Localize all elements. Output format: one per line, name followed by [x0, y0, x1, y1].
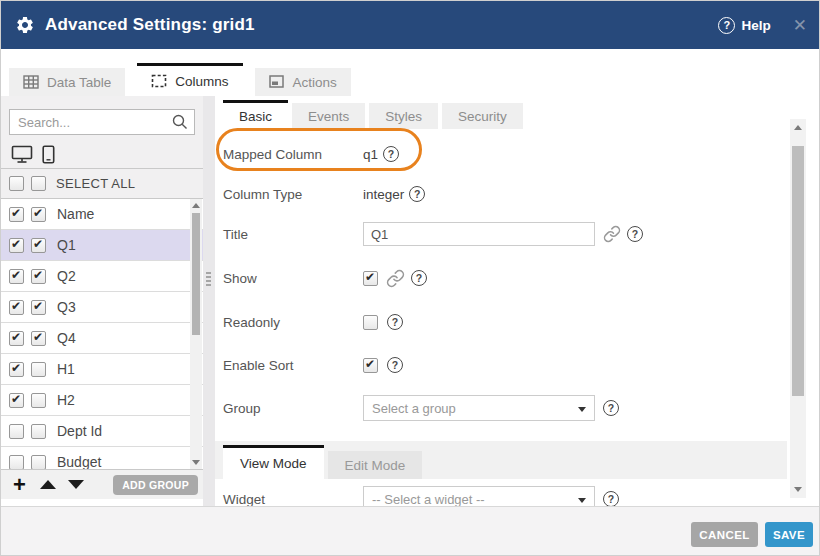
- tab-styles[interactable]: Styles: [369, 103, 438, 129]
- tab-label: Styles: [385, 109, 422, 124]
- desktop-checkbox[interactable]: [9, 424, 24, 439]
- desktop-checkbox[interactable]: [9, 269, 24, 284]
- desktop-checkbox[interactable]: [9, 331, 24, 346]
- scroll-down-icon[interactable]: [192, 460, 200, 465]
- widget-help-icon[interactable]: ?: [603, 491, 619, 506]
- mobile-checkbox[interactable]: [31, 424, 46, 439]
- tab-columns[interactable]: Columns: [137, 63, 242, 96]
- column-list-item[interactable]: Dept Id: [1, 416, 203, 447]
- widget-dropdown-value: -- Select a widget --: [372, 492, 485, 507]
- title-input[interactable]: [363, 222, 595, 246]
- mobile-checkbox[interactable]: [31, 362, 46, 377]
- save-button[interactable]: SAVE: [765, 522, 813, 547]
- title-help-icon[interactable]: ?: [627, 226, 643, 242]
- column-label: Q2: [57, 268, 76, 284]
- desktop-checkbox[interactable]: [9, 300, 24, 315]
- scrollbar-thumb[interactable]: [792, 146, 804, 396]
- desktop-checkbox[interactable]: [9, 362, 24, 377]
- tab-label: Data Table: [47, 75, 111, 90]
- column-list-item[interactable]: Name: [1, 199, 203, 230]
- column-list-scrollbar[interactable]: [190, 199, 202, 469]
- main-tab-bar: Data Table Columns Actions: [1, 49, 820, 96]
- dialog-title: Advanced Settings: grid1: [45, 15, 255, 35]
- panel-splitter[interactable]: [203, 96, 215, 506]
- tab-basic[interactable]: Basic: [223, 100, 288, 129]
- column-settings-form: Basic Events Styles Security Mapped Colu…: [215, 96, 787, 506]
- column-list-item[interactable]: Q1: [1, 230, 203, 261]
- tab-actions[interactable]: Actions: [255, 68, 351, 96]
- mobile-checkbox[interactable]: [31, 393, 46, 408]
- column-list-toolbar: + ADD GROUP: [1, 469, 203, 499]
- select-all-desktop-checkbox[interactable]: [9, 176, 24, 191]
- readonly-help-icon[interactable]: ?: [387, 314, 403, 330]
- tab-edit-mode[interactable]: Edit Mode: [328, 451, 423, 479]
- mobile-checkbox[interactable]: [31, 207, 46, 222]
- readonly-checkbox[interactable]: [363, 315, 378, 330]
- column-list-item[interactable]: Q2: [1, 261, 203, 292]
- mapped-column-help-icon[interactable]: ?: [383, 146, 399, 162]
- tab-label: Edit Mode: [345, 458, 406, 473]
- add-column-button[interactable]: +: [13, 475, 26, 495]
- actions-icon: [269, 75, 285, 89]
- help-button[interactable]: ? Help: [718, 17, 770, 34]
- splitter-grip-icon[interactable]: [206, 272, 211, 288]
- enable-sort-checkbox[interactable]: [363, 358, 378, 373]
- column-list-item[interactable]: Budget: [1, 447, 203, 469]
- column-label: Q4: [57, 330, 76, 346]
- column-list-item[interactable]: Q4: [1, 323, 203, 354]
- close-icon[interactable]: ✕: [793, 15, 807, 36]
- show-help-icon[interactable]: ?: [411, 270, 427, 286]
- bind-link-icon[interactable]: [386, 269, 405, 288]
- widget-dropdown[interactable]: -- Select a widget --: [363, 486, 595, 506]
- tab-label: Security: [458, 109, 507, 124]
- title-label: Title: [223, 227, 363, 242]
- cancel-button[interactable]: CANCEL: [691, 522, 758, 547]
- column-label: Q3: [57, 299, 76, 315]
- move-down-button[interactable]: [68, 480, 84, 489]
- move-up-button[interactable]: [40, 480, 56, 489]
- readonly-label: Readonly: [223, 315, 363, 330]
- tab-view-mode[interactable]: View Mode: [223, 445, 324, 479]
- scrollbar-thumb[interactable]: [192, 213, 200, 335]
- mobile-checkbox[interactable]: [31, 269, 46, 284]
- enable-sort-help-icon[interactable]: ?: [387, 357, 403, 373]
- gear-icon: [15, 15, 35, 35]
- column-list-item[interactable]: H2: [1, 385, 203, 416]
- select-all-mobile-checkbox[interactable]: [31, 176, 46, 191]
- tab-data-table[interactable]: Data Table: [9, 68, 125, 96]
- mobile-checkbox[interactable]: [31, 331, 46, 346]
- group-dropdown[interactable]: Select a group: [363, 395, 595, 421]
- dropdown-caret-icon: [578, 498, 586, 503]
- add-group-button[interactable]: ADD GROUP: [113, 475, 198, 495]
- desktop-checkbox[interactable]: [9, 238, 24, 253]
- desktop-checkbox[interactable]: [9, 207, 24, 222]
- desktop-checkbox[interactable]: [9, 455, 24, 470]
- tab-security[interactable]: Security: [442, 103, 523, 129]
- desktop-icon[interactable]: [11, 145, 33, 164]
- desktop-checkbox[interactable]: [9, 393, 24, 408]
- scroll-up-icon[interactable]: [192, 203, 200, 208]
- tab-events[interactable]: Events: [292, 103, 365, 129]
- column-label: Budget: [57, 454, 101, 469]
- column-list-item[interactable]: H1: [1, 354, 203, 385]
- mobile-checkbox[interactable]: [31, 455, 46, 470]
- group-help-icon[interactable]: ?: [603, 400, 619, 416]
- scroll-up-icon[interactable]: [794, 125, 802, 130]
- bind-link-icon[interactable]: [603, 225, 621, 243]
- column-type-help-icon[interactable]: ?: [409, 186, 425, 202]
- scroll-down-icon[interactable]: [794, 487, 802, 492]
- mobile-icon[interactable]: [42, 145, 55, 164]
- advanced-settings-dialog: Advanced Settings: grid1 ? Help ✕ Data T…: [0, 0, 820, 556]
- mobile-checkbox[interactable]: [31, 300, 46, 315]
- column-label: Name: [57, 206, 94, 222]
- mobile-checkbox[interactable]: [31, 238, 46, 253]
- title-row: Title ?: [223, 219, 779, 249]
- select-all-row[interactable]: SELECT ALL: [1, 169, 203, 199]
- form-scrollbar[interactable]: [790, 119, 806, 498]
- show-checkbox[interactable]: [363, 271, 378, 286]
- data-table-icon: [23, 75, 39, 89]
- column-list-item[interactable]: Q3: [1, 292, 203, 323]
- search-icon[interactable]: [171, 113, 189, 131]
- search-input[interactable]: [9, 109, 195, 135]
- widget-row: Widget -- Select a widget -- ?: [223, 484, 779, 506]
